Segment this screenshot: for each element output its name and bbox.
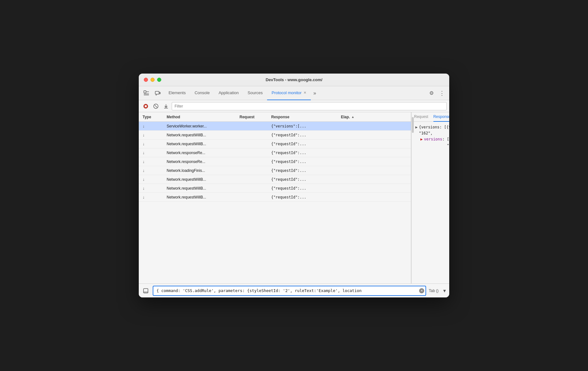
row-method: Network.loadingFinis... — [164, 168, 237, 173]
row-response: {"requestId":... — [269, 186, 338, 191]
command-input[interactable] — [153, 286, 426, 296]
table-header: Type Method Request Response Elap. ▲ — [139, 112, 411, 122]
row-response: {"requestId":... — [269, 151, 338, 155]
row-method: Network.requestWillB... — [164, 195, 237, 199]
protocol-monitor-toolbar — [139, 100, 449, 112]
detail-line: ▶ versions : [{versionId: "162" — [420, 136, 449, 148]
row-method: ServiceWorker.worker... — [164, 124, 237, 128]
detail-val: [{versionId: "162" — [447, 136, 449, 148]
expand-icon[interactable]: ▶ — [415, 124, 418, 130]
row-method: Network.requestWillB... — [164, 133, 237, 137]
col-header-elapsed: Elap. ▲ — [338, 115, 408, 119]
row-method: Network.responseRe... — [164, 151, 237, 155]
command-clear-button[interactable]: ✕ — [419, 288, 424, 293]
row-response: {"requestId":... — [269, 142, 338, 146]
table-row[interactable]: ↓ Network.requestWillB... {"requestId":.… — [139, 131, 411, 140]
filter-input[interactable] — [172, 102, 447, 110]
row-response: {"requestId":... — [269, 133, 338, 137]
table-body: ↓ ServiceWorker.worker... {"versions":[.… — [139, 122, 411, 283]
row-response: {"versions":[... — [269, 124, 338, 128]
scrollbar-thumb — [412, 117, 414, 133]
svg-line-11 — [155, 105, 157, 107]
row-type-icon: ↓ — [139, 133, 164, 137]
kebab-icon: ⋮ — [439, 90, 444, 97]
row-type-icon: ↓ — [139, 168, 164, 173]
settings-icon-btn[interactable]: ⚙ — [426, 88, 437, 98]
detail-tab-bar: Request Response — [412, 112, 449, 122]
row-method: Network.responseRe... — [164, 159, 237, 164]
clear-button[interactable] — [151, 102, 160, 111]
stop-recording-button[interactable] — [141, 102, 150, 111]
detail-tab-response[interactable]: Response — [433, 112, 449, 122]
download-icon — [163, 104, 169, 109]
inspect-icon-btn[interactable] — [141, 88, 151, 98]
detail-body: ▶ {versions: [{versionId: "162", ▶ versi… — [412, 122, 449, 283]
row-response: {"requestId":... — [269, 168, 338, 173]
col-header-method: Method — [164, 115, 237, 119]
tab-elements[interactable]: Elements — [164, 86, 190, 100]
tab-application[interactable]: Application — [214, 86, 243, 100]
maximize-button[interactable] — [157, 78, 161, 82]
bottom-hint-text: Tab () — [429, 289, 438, 293]
table-row[interactable]: ↓ Network.requestWillB... {"requestId":.… — [139, 193, 411, 202]
more-options-btn[interactable]: ⋮ — [437, 88, 447, 98]
table-row[interactable]: ↓ ServiceWorker.worker... {"versions":[.… — [139, 122, 411, 131]
col-header-type: Type — [139, 115, 164, 119]
row-type-icon: ↓ — [139, 159, 164, 164]
devtools-tab-bar: Elements Console Application Sources Pro… — [139, 86, 449, 100]
gear-icon: ⚙ — [429, 90, 434, 96]
svg-rect-5 — [159, 92, 160, 94]
stop-icon — [143, 104, 148, 109]
row-response: {"requestId":... — [269, 159, 338, 164]
device-icon-btn[interactable] — [153, 88, 163, 98]
row-method: Network.requestWillB... — [164, 177, 237, 182]
expand-sub-icon[interactable]: ▶ — [420, 136, 423, 142]
svg-rect-14 — [144, 289, 148, 293]
clear-icon — [153, 104, 158, 109]
minimize-button[interactable] — [150, 78, 155, 82]
detail-sub-line: ▶ versions : [{versionId: "162" — [420, 136, 449, 148]
sort-arrow-icon: ▲ — [351, 115, 355, 119]
tab-close-icon[interactable]: ✕ — [304, 91, 306, 95]
row-response: {"requestId":... — [269, 195, 338, 199]
table-row[interactable]: ↓ Network.responseRe... {"requestId":... — [139, 157, 411, 166]
bottom-arrow-icon[interactable]: ▼ — [442, 288, 447, 293]
table-row[interactable]: ↓ Network.responseRe... {"requestId":... — [139, 148, 411, 157]
tab-protocol-monitor[interactable]: Protocol monitor ✕ — [267, 86, 311, 100]
detail-key: versions — [424, 136, 442, 142]
drawer-icon — [143, 288, 149, 294]
row-method: Network.requestWillB... — [164, 142, 237, 146]
col-header-request: Request — [237, 115, 269, 119]
row-method: Network.requestWillB... — [164, 186, 237, 191]
svg-rect-4 — [155, 91, 159, 94]
row-type-icon: ↓ — [139, 124, 164, 128]
table-row[interactable]: ↓ Network.requestWillB... {"requestId":.… — [139, 140, 411, 148]
devtools-window: DevTools - www.google.com/ Elements Cons… — [139, 74, 449, 297]
col-header-response: Response — [269, 115, 338, 119]
command-input-wrap: ✕ — [153, 286, 426, 296]
table-row[interactable]: ↓ Network.requestWillB... {"requestId":.… — [139, 175, 411, 184]
svg-rect-0 — [144, 91, 146, 93]
title-bar: DevTools - www.google.com/ — [139, 74, 449, 86]
main-content: Type Method Request Response Elap. ▲ ↓ S… — [139, 112, 449, 283]
table-row[interactable]: ↓ Network.loadingFinis... {"requestId":.… — [139, 166, 411, 175]
device-icon — [155, 90, 161, 96]
tab-sources[interactable]: Sources — [243, 86, 267, 100]
row-type-icon: ↓ — [139, 150, 164, 155]
window-title: DevTools - www.google.com/ — [265, 77, 322, 82]
tab-console[interactable]: Console — [190, 86, 214, 100]
more-tabs-button[interactable]: » — [311, 90, 319, 96]
detail-colon: : — [442, 136, 447, 142]
close-button[interactable] — [144, 78, 148, 82]
detail-tab-request[interactable]: Request — [414, 112, 428, 122]
table-row[interactable]: ↓ Network.requestWillB... {"requestId":.… — [139, 184, 411, 193]
protocol-table: Type Method Request Response Elap. ▲ ↓ S… — [139, 112, 411, 283]
detail-text: {versions: [{versionId: "162", — [419, 124, 449, 136]
table-scrollbar[interactable] — [411, 112, 412, 283]
drawer-toggle-button[interactable] — [141, 286, 150, 295]
detail-panel: Request Response ▶ {versions: [{versionI… — [412, 112, 449, 283]
download-button[interactable] — [162, 102, 170, 111]
traffic-lights — [144, 78, 161, 82]
row-type-icon: ↓ — [139, 141, 164, 146]
clear-x-icon: ✕ — [420, 289, 423, 292]
